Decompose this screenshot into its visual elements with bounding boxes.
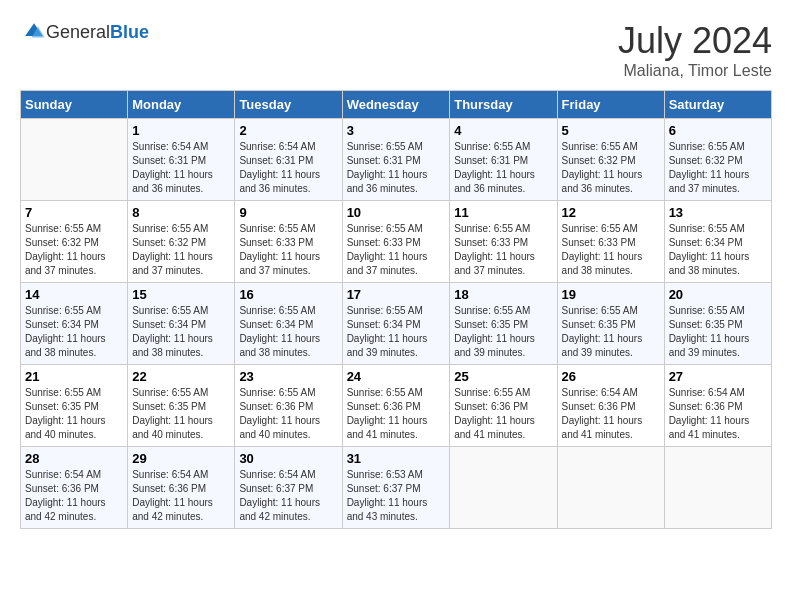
- day-number: 2: [239, 123, 337, 138]
- day-info: Sunrise: 6:55 AMSunset: 6:35 PMDaylight:…: [25, 386, 123, 442]
- calendar-cell: [21, 119, 128, 201]
- day-info: Sunrise: 6:54 AMSunset: 6:36 PMDaylight:…: [132, 468, 230, 524]
- day-number: 16: [239, 287, 337, 302]
- page-header: GeneralBlue July 2024 Maliana, Timor Les…: [20, 20, 772, 80]
- header-cell-thursday: Thursday: [450, 91, 557, 119]
- day-info: Sunrise: 6:55 AMSunset: 6:31 PMDaylight:…: [347, 140, 446, 196]
- calendar-cell: 25Sunrise: 6:55 AMSunset: 6:36 PMDayligh…: [450, 365, 557, 447]
- header-cell-tuesday: Tuesday: [235, 91, 342, 119]
- calendar-cell: 8Sunrise: 6:55 AMSunset: 6:32 PMDaylight…: [128, 201, 235, 283]
- day-info: Sunrise: 6:55 AMSunset: 6:35 PMDaylight:…: [669, 304, 767, 360]
- logo-blue-text: Blue: [110, 22, 149, 42]
- day-info: Sunrise: 6:55 AMSunset: 6:32 PMDaylight:…: [562, 140, 660, 196]
- calendar-cell: 26Sunrise: 6:54 AMSunset: 6:36 PMDayligh…: [557, 365, 664, 447]
- day-number: 30: [239, 451, 337, 466]
- day-info: Sunrise: 6:55 AMSunset: 6:35 PMDaylight:…: [562, 304, 660, 360]
- day-number: 25: [454, 369, 552, 384]
- calendar-cell: 1Sunrise: 6:54 AMSunset: 6:31 PMDaylight…: [128, 119, 235, 201]
- day-number: 29: [132, 451, 230, 466]
- day-info: Sunrise: 6:55 AMSunset: 6:34 PMDaylight:…: [347, 304, 446, 360]
- day-number: 14: [25, 287, 123, 302]
- week-row-3: 14Sunrise: 6:55 AMSunset: 6:34 PMDayligh…: [21, 283, 772, 365]
- calendar-cell: 15Sunrise: 6:55 AMSunset: 6:34 PMDayligh…: [128, 283, 235, 365]
- day-info: Sunrise: 6:55 AMSunset: 6:32 PMDaylight:…: [132, 222, 230, 278]
- day-number: 5: [562, 123, 660, 138]
- calendar-cell: 18Sunrise: 6:55 AMSunset: 6:35 PMDayligh…: [450, 283, 557, 365]
- day-number: 20: [669, 287, 767, 302]
- day-number: 23: [239, 369, 337, 384]
- day-number: 17: [347, 287, 446, 302]
- day-number: 9: [239, 205, 337, 220]
- day-info: Sunrise: 6:55 AMSunset: 6:36 PMDaylight:…: [347, 386, 446, 442]
- calendar-cell: 3Sunrise: 6:55 AMSunset: 6:31 PMDaylight…: [342, 119, 450, 201]
- day-info: Sunrise: 6:55 AMSunset: 6:36 PMDaylight:…: [454, 386, 552, 442]
- day-info: Sunrise: 6:55 AMSunset: 6:34 PMDaylight:…: [239, 304, 337, 360]
- calendar-cell: 21Sunrise: 6:55 AMSunset: 6:35 PMDayligh…: [21, 365, 128, 447]
- calendar-cell: 24Sunrise: 6:55 AMSunset: 6:36 PMDayligh…: [342, 365, 450, 447]
- calendar-cell: 4Sunrise: 6:55 AMSunset: 6:31 PMDaylight…: [450, 119, 557, 201]
- day-info: Sunrise: 6:55 AMSunset: 6:34 PMDaylight:…: [669, 222, 767, 278]
- day-info: Sunrise: 6:54 AMSunset: 6:36 PMDaylight:…: [25, 468, 123, 524]
- calendar-cell: 2Sunrise: 6:54 AMSunset: 6:31 PMDaylight…: [235, 119, 342, 201]
- calendar-cell: 9Sunrise: 6:55 AMSunset: 6:33 PMDaylight…: [235, 201, 342, 283]
- day-number: 10: [347, 205, 446, 220]
- calendar-cell: 13Sunrise: 6:55 AMSunset: 6:34 PMDayligh…: [664, 201, 771, 283]
- calendar-cell: 23Sunrise: 6:55 AMSunset: 6:36 PMDayligh…: [235, 365, 342, 447]
- month-title: July 2024: [618, 20, 772, 62]
- day-info: Sunrise: 6:53 AMSunset: 6:37 PMDaylight:…: [347, 468, 446, 524]
- day-info: Sunrise: 6:55 AMSunset: 6:35 PMDaylight:…: [454, 304, 552, 360]
- day-number: 11: [454, 205, 552, 220]
- day-info: Sunrise: 6:55 AMSunset: 6:32 PMDaylight:…: [25, 222, 123, 278]
- calendar-cell: 19Sunrise: 6:55 AMSunset: 6:35 PMDayligh…: [557, 283, 664, 365]
- day-info: Sunrise: 6:54 AMSunset: 6:31 PMDaylight:…: [239, 140, 337, 196]
- header-cell-monday: Monday: [128, 91, 235, 119]
- day-number: 24: [347, 369, 446, 384]
- day-info: Sunrise: 6:55 AMSunset: 6:32 PMDaylight:…: [669, 140, 767, 196]
- week-row-4: 21Sunrise: 6:55 AMSunset: 6:35 PMDayligh…: [21, 365, 772, 447]
- day-number: 13: [669, 205, 767, 220]
- calendar-cell: 29Sunrise: 6:54 AMSunset: 6:36 PMDayligh…: [128, 447, 235, 529]
- calendar-cell: 14Sunrise: 6:55 AMSunset: 6:34 PMDayligh…: [21, 283, 128, 365]
- calendar-cell: 27Sunrise: 6:54 AMSunset: 6:36 PMDayligh…: [664, 365, 771, 447]
- calendar-cell: [557, 447, 664, 529]
- location-title: Maliana, Timor Leste: [618, 62, 772, 80]
- day-info: Sunrise: 6:54 AMSunset: 6:36 PMDaylight:…: [669, 386, 767, 442]
- day-info: Sunrise: 6:55 AMSunset: 6:33 PMDaylight:…: [454, 222, 552, 278]
- day-info: Sunrise: 6:55 AMSunset: 6:35 PMDaylight:…: [132, 386, 230, 442]
- logo-general-text: General: [46, 22, 110, 42]
- day-info: Sunrise: 6:55 AMSunset: 6:36 PMDaylight:…: [239, 386, 337, 442]
- day-info: Sunrise: 6:55 AMSunset: 6:33 PMDaylight:…: [239, 222, 337, 278]
- calendar-cell: 31Sunrise: 6:53 AMSunset: 6:37 PMDayligh…: [342, 447, 450, 529]
- day-number: 4: [454, 123, 552, 138]
- calendar-cell: 6Sunrise: 6:55 AMSunset: 6:32 PMDaylight…: [664, 119, 771, 201]
- header-cell-saturday: Saturday: [664, 91, 771, 119]
- calendar-cell: [664, 447, 771, 529]
- day-info: Sunrise: 6:54 AMSunset: 6:31 PMDaylight:…: [132, 140, 230, 196]
- week-row-2: 7Sunrise: 6:55 AMSunset: 6:32 PMDaylight…: [21, 201, 772, 283]
- day-info: Sunrise: 6:55 AMSunset: 6:31 PMDaylight:…: [454, 140, 552, 196]
- day-info: Sunrise: 6:55 AMSunset: 6:33 PMDaylight:…: [347, 222, 446, 278]
- calendar-cell: 11Sunrise: 6:55 AMSunset: 6:33 PMDayligh…: [450, 201, 557, 283]
- calendar-cell: 20Sunrise: 6:55 AMSunset: 6:35 PMDayligh…: [664, 283, 771, 365]
- day-number: 18: [454, 287, 552, 302]
- logo-icon: [22, 20, 46, 44]
- calendar-cell: 28Sunrise: 6:54 AMSunset: 6:36 PMDayligh…: [21, 447, 128, 529]
- day-number: 12: [562, 205, 660, 220]
- calendar-cell: 22Sunrise: 6:55 AMSunset: 6:35 PMDayligh…: [128, 365, 235, 447]
- title-section: July 2024 Maliana, Timor Leste: [618, 20, 772, 80]
- day-number: 26: [562, 369, 660, 384]
- day-number: 6: [669, 123, 767, 138]
- calendar-cell: [450, 447, 557, 529]
- day-info: Sunrise: 6:55 AMSunset: 6:33 PMDaylight:…: [562, 222, 660, 278]
- calendar-table: SundayMondayTuesdayWednesdayThursdayFrid…: [20, 90, 772, 529]
- header-cell-wednesday: Wednesday: [342, 91, 450, 119]
- day-number: 21: [25, 369, 123, 384]
- day-number: 27: [669, 369, 767, 384]
- day-number: 7: [25, 205, 123, 220]
- week-row-1: 1Sunrise: 6:54 AMSunset: 6:31 PMDaylight…: [21, 119, 772, 201]
- day-number: 31: [347, 451, 446, 466]
- day-number: 8: [132, 205, 230, 220]
- week-row-5: 28Sunrise: 6:54 AMSunset: 6:36 PMDayligh…: [21, 447, 772, 529]
- calendar-cell: 5Sunrise: 6:55 AMSunset: 6:32 PMDaylight…: [557, 119, 664, 201]
- calendar-cell: 7Sunrise: 6:55 AMSunset: 6:32 PMDaylight…: [21, 201, 128, 283]
